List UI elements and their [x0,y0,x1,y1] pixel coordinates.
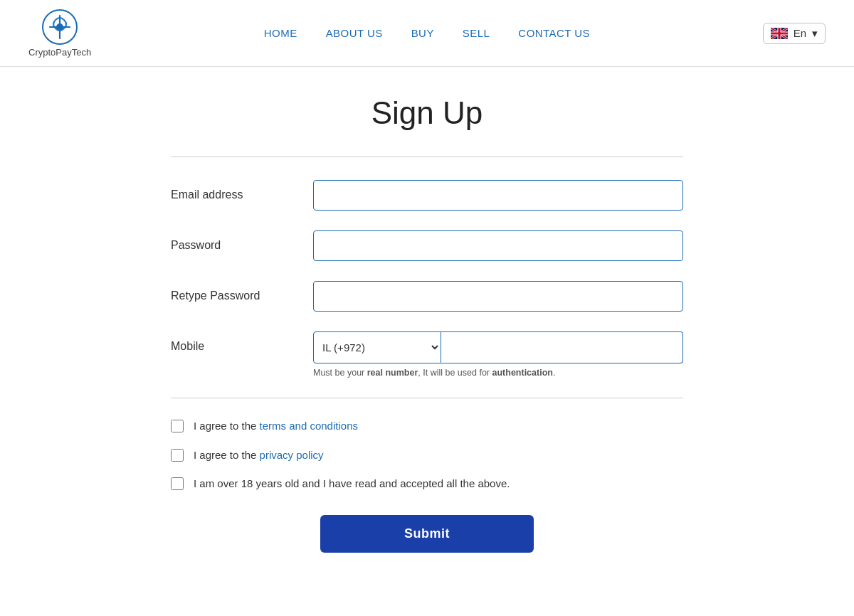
password-row: Password [171,230,683,261]
privacy-label: I agree to the privacy policy [194,447,324,464]
lang-code: En [794,27,806,39]
logo: CryptoPayTech [28,9,91,58]
page-title: Sign Up [171,95,683,131]
nav-about[interactable]: ABOUT US [326,27,383,39]
terms-label: I agree to the terms and conditions [194,418,358,435]
country-code-select[interactable]: IL (+972) US (+1) GB (+44) DE (+49) [313,331,441,363]
privacy-link[interactable]: privacy policy [260,449,324,461]
chevron-down-icon: ▾ [812,27,818,40]
logo-icon [41,9,78,46]
password-input[interactable] [313,230,683,261]
retype-password-row: Retype Password [171,281,683,312]
age-checkbox[interactable] [171,477,184,490]
terms-checkbox[interactable] [171,420,184,432]
bottom-divider [171,398,683,398]
age-label: I am over 18 years old and I have read a… [194,476,510,492]
email-label: Email address [171,180,313,201]
mobile-number-input[interactable] [441,331,683,363]
privacy-checkbox[interactable] [171,449,184,462]
age-checkbox-row: I am over 18 years old and I have read a… [171,476,683,492]
privacy-checkbox-row: I agree to the privacy policy [171,447,683,464]
nav-sell[interactable]: SELL [463,27,490,39]
terms-checkbox-row: I agree to the terms and conditions [171,418,683,435]
password-label: Password [171,230,313,252]
retype-password-label: Retype Password [171,281,313,302]
language-selector[interactable]: En ▾ [763,23,826,44]
mobile-hint: Must be your real number, It will be use… [313,368,683,378]
retype-password-input[interactable] [313,281,683,312]
nav-home[interactable]: HOME [264,27,297,39]
terms-link[interactable]: terms and conditions [260,420,358,432]
mobile-row: Mobile IL (+972) US (+1) GB (+44) DE (+4… [171,331,683,378]
checkbox-group: I agree to the terms and conditions I ag… [171,418,683,492]
top-divider [171,156,683,157]
mobile-label: Mobile [171,331,313,353]
email-input[interactable] [313,180,683,211]
uk-flag-icon [771,28,788,39]
nav-buy[interactable]: BUY [411,27,434,39]
email-row: Email address [171,180,683,211]
svg-point-3 [57,24,63,30]
nav-contact[interactable]: CONTACT US [518,27,590,39]
main-nav: HOME ABOUT US BUY SELL CONTACT US [264,27,590,39]
logo-text: CryptoPayTech [28,47,91,58]
submit-button[interactable]: Submit [320,515,534,553]
